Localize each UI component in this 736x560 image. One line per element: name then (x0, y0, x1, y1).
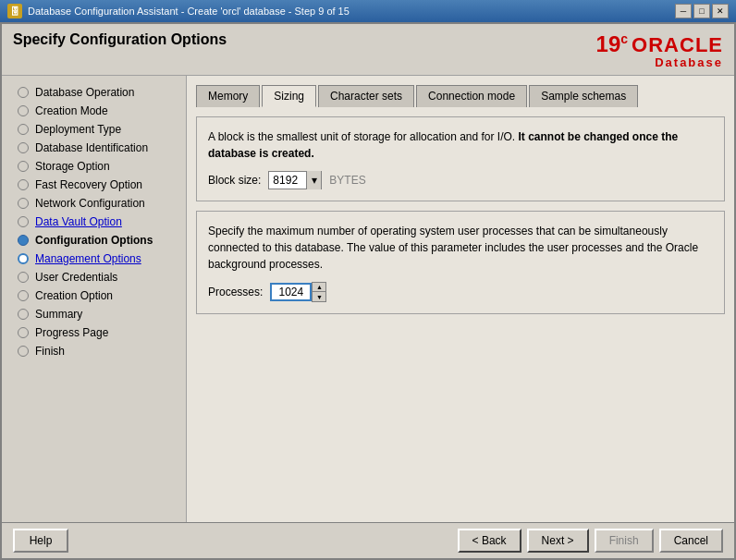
sidebar-label-summary: Summary (35, 308, 82, 321)
sidebar-label-user-credentials: User Credentials (35, 271, 117, 284)
sidebar-label-management-options: Management Options (35, 252, 141, 265)
sidebar-item-creation-mode: Creation Mode (2, 102, 186, 120)
step-icon-storage-option (17, 160, 30, 173)
title-bar: 🗄 Database Configuration Assistant - Cre… (0, 0, 736, 22)
sidebar-item-storage-option: Storage Option (2, 157, 186, 176)
sidebar-item-configuration-options: Configuration Options (2, 231, 186, 250)
main-panel: Memory Sizing Character sets Connection … (187, 76, 734, 522)
sidebar-label-finish: Finish (35, 345, 65, 358)
back-button[interactable]: < Back (458, 529, 521, 553)
spinner-down-button[interactable]: ▼ (313, 292, 325, 301)
sidebar-label-deployment-type: Deployment Type (35, 123, 121, 136)
tab-connection-mode[interactable]: Connection mode (416, 85, 527, 107)
step-icon-finish (17, 345, 30, 358)
tab-character-sets-label: Character sets (330, 90, 402, 103)
tab-character-sets[interactable]: Character sets (318, 85, 414, 107)
processes-section: Specify the maximum number of operating … (196, 211, 725, 314)
step-icon-summary (17, 308, 30, 321)
step-icon-progress-page (17, 326, 30, 339)
block-size-dropdown-btn[interactable]: ▾ (306, 171, 321, 189)
bottom-bar: Help < Back Next > Finish Cancel (2, 522, 734, 558)
block-size-dropdown[interactable]: 8192 ▾ (268, 171, 322, 189)
step-icon-configuration-options (17, 234, 30, 247)
tab-sample-schemas[interactable]: Sample schemas (529, 85, 638, 107)
next-button[interactable]: Next > (527, 529, 589, 553)
step-icon-network-configuration (17, 197, 30, 210)
sidebar-item-progress-page: Progress Page (2, 323, 186, 342)
sidebar-label-database-identification: Database Identification (35, 141, 148, 154)
processes-row: Processes: ▲ ▼ (208, 282, 713, 302)
oracle-brand-name: ORACLE (632, 33, 723, 57)
step-icon-creation-mode (17, 104, 30, 117)
sidebar-label-storage-option: Storage Option (35, 160, 110, 173)
help-button[interactable]: Help (13, 529, 68, 553)
bottom-right-buttons: < Back Next > Finish Cancel (458, 529, 723, 553)
tab-sizing-label: Sizing (274, 90, 304, 103)
tab-sizing[interactable]: Sizing (262, 85, 316, 107)
maximize-button[interactable]: □ (693, 4, 710, 18)
tab-bar: Memory Sizing Character sets Connection … (196, 85, 725, 107)
step-icon-database-identification (17, 141, 30, 154)
block-size-label: Block size: (208, 174, 261, 187)
sidebar-item-database-operation: Database Operation (2, 83, 186, 102)
block-desc-normal: A block is the smallest unit of storage … (208, 130, 519, 143)
finish-button[interactable]: Finish (595, 529, 654, 553)
sidebar-item-user-credentials: User Credentials (2, 268, 186, 286)
close-button[interactable]: ✕ (712, 4, 729, 18)
sidebar-label-data-vault-option: Data Vault Option (35, 215, 122, 228)
block-size-row: Block size: 8192 ▾ BYTES (208, 171, 713, 189)
main-window: Specify Configuration Options 19c ORACLE… (0, 22, 736, 560)
tab-memory[interactable]: Memory (196, 85, 260, 107)
app-icon: 🗄 (7, 4, 22, 18)
sidebar-label-progress-page: Progress Page (35, 326, 108, 339)
step-icon-data-vault-option (17, 215, 30, 228)
sidebar-item-database-identification: Database Identification (2, 139, 186, 157)
processes-input[interactable] (270, 283, 312, 301)
sidebar-item-summary: Summary (2, 305, 186, 323)
processes-description: Specify the maximum number of operating … (208, 223, 713, 273)
sidebar-item-fast-recovery-option: Fast Recovery Option (2, 176, 186, 194)
title-bar-left: 🗄 Database Configuration Assistant - Cre… (7, 4, 350, 18)
block-size-value: 8192 (269, 174, 306, 187)
sidebar-item-finish: Finish (2, 342, 186, 360)
window-header: Specify Configuration Options 19c ORACLE… (2, 24, 734, 76)
step-icon-management-options (17, 252, 30, 265)
step-icon-creation-option (17, 289, 30, 302)
spinner-buttons: ▲ ▼ (312, 282, 326, 302)
window-controls: ─ □ ✕ (675, 4, 729, 18)
sidebar: Database Operation Creation Mode Deploym… (2, 76, 187, 522)
sidebar-label-database-operation: Database Operation (35, 86, 134, 99)
step-icon-database-operation (17, 86, 30, 99)
oracle-logo-top: 19c ORACLE (596, 31, 723, 57)
sidebar-label-network-configuration: Network Configuration (35, 197, 145, 210)
processes-spinner[interactable]: ▲ ▼ (270, 282, 326, 302)
content-area: Database Operation Creation Mode Deploym… (2, 76, 734, 522)
tab-memory-label: Memory (208, 90, 248, 103)
step-icon-fast-recovery-option (17, 178, 30, 191)
sidebar-label-creation-mode: Creation Mode (35, 104, 108, 117)
block-size-section: A block is the smallest unit of storage … (196, 116, 725, 201)
step-icon-deployment-type (17, 123, 30, 136)
tab-sample-schemas-label: Sample schemas (541, 90, 626, 103)
oracle-logo: 19c ORACLE Database (596, 31, 723, 69)
step-icon-user-credentials (17, 271, 30, 284)
window-title: Database Configuration Assistant - Creat… (28, 6, 350, 17)
sidebar-label-creation-option: Creation Option (35, 289, 113, 302)
minimize-button[interactable]: ─ (675, 4, 692, 18)
tab-connection-mode-label: Connection mode (428, 90, 515, 103)
block-description: A block is the smallest unit of storage … (208, 128, 713, 162)
sidebar-item-deployment-type: Deployment Type (2, 120, 186, 139)
spinner-up-button[interactable]: ▲ (313, 283, 325, 292)
processes-label: Processes: (208, 286, 263, 298)
sidebar-item-management-options[interactable]: Management Options (2, 250, 186, 268)
sidebar-item-data-vault-option[interactable]: Data Vault Option (2, 213, 186, 231)
sidebar-item-creation-option: Creation Option (2, 286, 186, 305)
sidebar-item-network-configuration: Network Configuration (2, 194, 186, 213)
sidebar-label-configuration-options: Configuration Options (35, 234, 153, 247)
sidebar-label-fast-recovery-option: Fast Recovery Option (35, 178, 142, 191)
oracle-version-c: c (620, 31, 628, 46)
cancel-button[interactable]: Cancel (659, 529, 723, 553)
page-title: Specify Configuration Options (13, 31, 227, 48)
oracle-version: 19c (596, 31, 629, 57)
oracle-database-label: Database (655, 55, 723, 69)
